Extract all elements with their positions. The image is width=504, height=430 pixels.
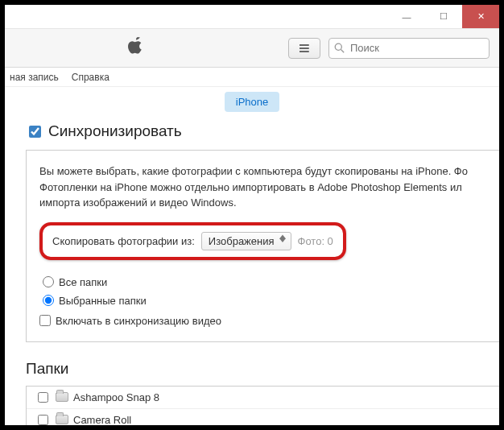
copy-source-select[interactable]: Изображения — [201, 232, 291, 250]
radio-selected-label: Выбранные папки — [59, 295, 147, 307]
sync-heading[interactable]: Синхронизировать — [26, 122, 499, 140]
search-input[interactable] — [349, 41, 484, 55]
search-box[interactable] — [328, 38, 490, 59]
folders-heading: Папки — [26, 360, 499, 378]
radio-all-label: Все папки — [59, 276, 107, 288]
folder-checkbox[interactable] — [38, 415, 48, 425]
folder-icon — [56, 415, 68, 424]
menu-account[interactable]: ная запись — [10, 72, 59, 83]
folder-icon — [56, 392, 68, 402]
menu-help[interactable]: Справка — [72, 72, 109, 83]
apple-logo-icon — [127, 37, 143, 59]
folder-list: Ashampoo Snap 8 Camera Roll Saved Pictur… — [26, 386, 499, 426]
menubar: ная запись Справка — [5, 68, 499, 87]
svg-line-1 — [341, 50, 345, 53]
folder-checkbox[interactable] — [38, 392, 48, 403]
photo-count: Фото: 0 — [298, 235, 333, 247]
sync-heading-label: Синхронизировать — [48, 122, 182, 140]
sync-checkbox[interactable] — [29, 126, 41, 138]
folder-name: Camera Roll — [73, 414, 131, 426]
radio-all-folders[interactable]: Все папки — [43, 276, 487, 288]
minimize-button[interactable]: — — [388, 5, 425, 28]
tab-iphone[interactable]: iPhone — [225, 92, 279, 112]
titlebar: — ☐ ✕ — [5, 5, 499, 29]
include-video-checkbox[interactable] — [39, 315, 51, 326]
folder-name: Ashampoo Snap 8 — [73, 391, 159, 403]
folder-mode-group: Все папки Выбранные папки — [43, 276, 487, 307]
radio-all-input[interactable] — [43, 276, 54, 287]
folder-row[interactable]: Ashampoo Snap 8 — [27, 387, 499, 409]
sync-description: Вы можете выбрать, какие фотографии с ко… — [39, 163, 487, 211]
include-video-label: Включать в синхронизацию видео — [56, 315, 221, 327]
list-icon — [300, 44, 309, 52]
svg-point-0 — [335, 43, 341, 50]
copy-source-label: Скопировать фотографии из: — [52, 235, 195, 247]
include-video-row[interactable]: Включать в синхронизацию видео — [39, 315, 487, 327]
app-window: — ☐ ✕ ная запись Справка iPhone Синхрони… — [5, 5, 499, 425]
toolbar — [5, 29, 499, 68]
folder-row[interactable]: Camera Roll — [27, 409, 499, 426]
sync-panel: Вы можете выбрать, какие фотографии с ко… — [26, 150, 499, 342]
copy-source-highlight: Скопировать фотографии из: Изображения Ф… — [39, 222, 346, 260]
close-button[interactable]: ✕ — [462, 5, 499, 28]
maximize-button[interactable]: ☐ — [425, 5, 462, 28]
view-list-button[interactable] — [288, 38, 320, 59]
content-area: Синхронизировать Вы можете выбрать, каки… — [5, 116, 499, 425]
radio-selected-folders[interactable]: Выбранные папки — [43, 295, 487, 307]
tab-row: iPhone — [5, 87, 499, 116]
search-icon — [334, 43, 345, 53]
radio-selected-input[interactable] — [43, 295, 54, 306]
